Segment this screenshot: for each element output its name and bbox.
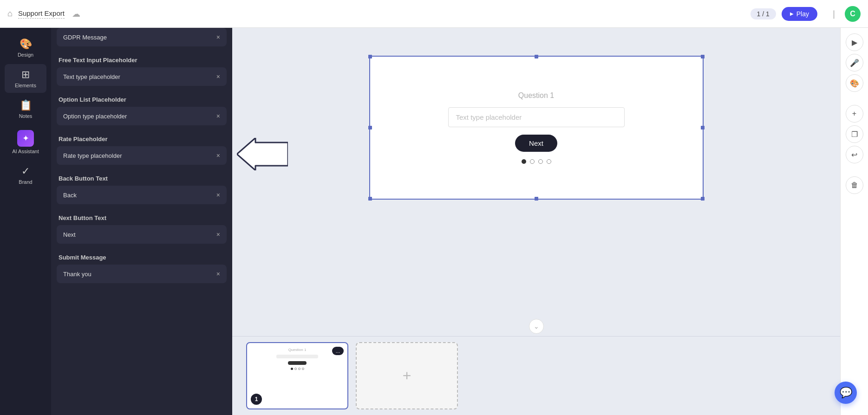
thumb-question: Question 1	[288, 348, 307, 352]
main-layout: 🎨 Design ⊞ Elements 📋 Notes ✦ AI Assista…	[0, 28, 868, 415]
user-avatar[interactable]: C	[845, 6, 861, 22]
resize-handle-bl[interactable]	[368, 197, 372, 201]
undo-button[interactable]: ↩	[846, 146, 863, 163]
rate-header: Rate Placeholder	[51, 129, 232, 146]
dot-2	[530, 159, 535, 164]
topbar: ⌂ Support Export ☁ 1 / 1 ▶ Play ❘ C	[0, 0, 868, 28]
arrow-indicator	[237, 138, 288, 172]
dot-1	[522, 159, 526, 164]
thumb-input-bar	[276, 355, 318, 358]
thumbnail-card-1[interactable]: Question 1 1 ...	[246, 342, 348, 409]
project-title[interactable]: Support Export	[18, 9, 65, 19]
notes-icon: 📋	[20, 99, 32, 111]
thumbnail-more-button[interactable]: ...	[332, 347, 344, 355]
rate-close-button[interactable]: ×	[216, 152, 220, 159]
dot-3	[538, 159, 543, 164]
chat-bubble-button[interactable]: 💬	[835, 382, 857, 404]
thumb-dot-1	[291, 368, 293, 370]
share-icon[interactable]: ❘	[830, 9, 837, 19]
survey-next-button[interactable]: Next	[515, 135, 557, 152]
collapse-handle[interactable]: ⌄	[529, 319, 544, 334]
palette-button[interactable]: 🎨	[846, 74, 863, 92]
properties-panel: GDPR Message × Free Text Input Placehold…	[51, 28, 232, 415]
delete-button[interactable]: 🗑	[846, 176, 863, 194]
thumbnails-area: Question 1 1 ... +	[232, 336, 840, 415]
resize-handle-bottom[interactable]	[535, 197, 538, 201]
resize-handle-top[interactable]	[535, 55, 538, 58]
rate-item: Rate type placeholder ×	[57, 146, 227, 165]
thumb-dots	[291, 368, 304, 370]
back-item: Back ×	[57, 186, 227, 204]
copy-button[interactable]: ❐	[846, 125, 863, 143]
survey-dots	[522, 159, 551, 164]
canvas-area: Question 1 Text type placeholder Next ⌄ …	[232, 28, 840, 415]
next-header: Next Button Text	[51, 208, 232, 225]
sidebar-item-notes[interactable]: 📋 Notes	[5, 95, 46, 123]
thumb-dot-4	[302, 368, 304, 370]
thumbnail-badge: 1	[251, 394, 262, 405]
sidebar-item-elements[interactable]: ⊞ Elements	[5, 64, 46, 93]
survey-text-input[interactable]: Text type placeholder	[448, 107, 625, 127]
sidebar-item-ai-assistant[interactable]: ✦ AI Assistant	[5, 125, 46, 159]
sidebar-item-design[interactable]: 🎨 Design	[5, 33, 46, 62]
resize-handle-tr[interactable]	[701, 55, 705, 58]
survey-preview[interactable]: Question 1 Text type placeholder Next	[369, 56, 704, 200]
option-list-close-button[interactable]: ×	[216, 112, 220, 120]
submit-close-button[interactable]: ×	[216, 270, 220, 278]
resize-handle-left[interactable]	[368, 126, 372, 130]
cloud-icon: ☁	[72, 9, 80, 19]
resize-handle-right[interactable]	[701, 126, 705, 130]
thumbnail-add-card[interactable]: +	[356, 342, 458, 409]
resize-handle-br[interactable]	[701, 197, 705, 201]
thumb-dot-2	[294, 368, 297, 370]
add-button[interactable]: +	[846, 105, 863, 123]
submit-item: Thank you ×	[57, 265, 227, 283]
play-icon: ▶	[790, 11, 794, 16]
back-close-button[interactable]: ×	[216, 191, 220, 199]
play-button[interactable]: ▶ Play	[782, 7, 817, 21]
question-label: Question 1	[518, 91, 554, 100]
free-text-header: Free Text Input Placeholder	[51, 50, 232, 67]
gdpr-close-button[interactable]: ×	[216, 33, 220, 41]
resize-handle-tl[interactable]	[368, 55, 372, 58]
option-list-header: Option List Placeholder	[51, 90, 232, 107]
play-preview-button[interactable]: ▶	[846, 33, 863, 51]
sidebar-item-brand[interactable]: ✓ Brand	[5, 161, 46, 189]
chat-icon: 💬	[840, 387, 852, 399]
svg-marker-0	[237, 138, 288, 170]
free-text-item: Text type placeholder ×	[57, 67, 227, 86]
elements-icon: ⊞	[21, 69, 30, 81]
design-icon: 🎨	[20, 38, 32, 50]
microphone-button[interactable]: 🎤	[846, 54, 863, 71]
gdpr-item: GDPR Message ×	[57, 28, 227, 46]
left-sidebar: 🎨 Design ⊞ Elements 📋 Notes ✦ AI Assista…	[0, 28, 51, 415]
free-text-close-button[interactable]: ×	[216, 73, 220, 80]
dot-4	[547, 159, 551, 164]
option-list-item: Option type placeholder ×	[57, 107, 227, 125]
thumb-next-btn	[288, 361, 307, 365]
next-close-button[interactable]: ×	[216, 231, 220, 238]
submit-header: Submit Message	[51, 247, 232, 265]
brand-icon: ✓	[21, 165, 30, 177]
back-header: Back Button Text	[51, 169, 232, 186]
next-item: Next ×	[57, 225, 227, 244]
page-indicator: 1 / 1	[751, 8, 776, 19]
right-toolbar: ▶ 🎤 🎨 + ❐ ↩ 🗑	[840, 28, 868, 415]
home-icon[interactable]: ⌂	[7, 9, 13, 19]
thumb-dot-3	[298, 368, 300, 370]
add-slide-icon: +	[403, 367, 411, 384]
ai-assistant-icon: ✦	[17, 130, 34, 147]
